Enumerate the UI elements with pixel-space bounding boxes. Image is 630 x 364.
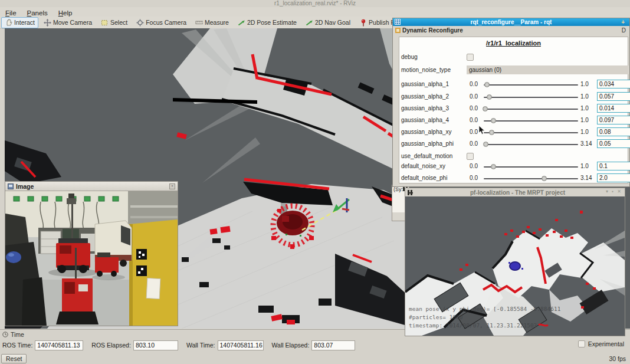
interact-button[interactable]: Interact xyxy=(1,17,38,28)
mrpt-window-title: pf-localization - The MRPT project xyxy=(413,189,622,196)
gaussian_alpha_xy-slider[interactable] xyxy=(484,132,578,133)
param-row-gaussian_alpha_phi: gaussian_alpha_phi0.03.140.05 xyxy=(400,139,629,149)
rqt-app-icon xyxy=(395,19,401,25)
gaussian_alpha_phi-slider[interactable] xyxy=(484,144,578,145)
slider-min-label: 0.0 xyxy=(460,117,478,123)
experimental-label: Experimental xyxy=(588,340,624,347)
time-field-label: ROS Elapsed: xyxy=(91,342,131,349)
param-row-use_default_motion: use_default_motion xyxy=(400,152,629,162)
time-field-value[interactable]: 803.10 xyxy=(133,340,178,350)
toolbar-button-label: Interact xyxy=(14,19,35,26)
slider-handle[interactable] xyxy=(483,142,488,147)
slider-handle[interactable] xyxy=(542,176,547,181)
slider-handle[interactable] xyxy=(484,82,490,87)
time-field-value[interactable]: 1407405811.13 xyxy=(35,340,83,350)
image-panel-titlebar[interactable]: Image × xyxy=(5,182,178,191)
2d-pose-estimate-button[interactable]: 2D Pose Estimate xyxy=(234,17,300,28)
rqt-dock-titlebar[interactable]: Dynamic Reconfigure D xyxy=(393,26,629,34)
image-panel-icon xyxy=(8,183,14,189)
status-bar: Reset 30 fps xyxy=(0,353,630,364)
param-row-debug: debug xyxy=(400,53,629,63)
gaussian_alpha_2-slider[interactable] xyxy=(484,97,578,98)
rqt-window-title: rqt_reconfigure__Param - rqt xyxy=(471,19,552,25)
toolbar-button-label: Select xyxy=(110,19,127,26)
focus-camera-button[interactable]: Focus Camera xyxy=(133,17,190,28)
default_noise_phi-slider[interactable] xyxy=(484,178,578,179)
mrpt-particles-line: #particles= 1000 xyxy=(409,313,622,322)
slider-handle[interactable] xyxy=(483,106,488,112)
time-field: Wall Time:1407405811.16 xyxy=(186,340,264,350)
gaussian_alpha_2-value-input[interactable]: 0.057 xyxy=(597,92,630,101)
param-name-label: default_noise_phi xyxy=(401,175,447,181)
slider-min-label: 0.0 xyxy=(460,140,478,147)
rqt-titlebar[interactable]: rqt_reconfigure__Param - rqt + xyxy=(393,18,629,26)
gaussian_alpha_3-value-input[interactable]: 0.014 xyxy=(597,104,630,113)
mouse-cursor xyxy=(478,126,485,135)
gaussian_alpha_4-slider[interactable] xyxy=(484,120,578,122)
time-field: Wall Elapsed:803.07 xyxy=(272,340,356,350)
slider-handle[interactable] xyxy=(487,94,492,100)
ar-marker xyxy=(136,265,147,276)
time-field: ROS Elapsed:803.10 xyxy=(91,340,178,350)
move-camera-icon xyxy=(44,19,51,27)
move-camera-button[interactable]: Move Camera xyxy=(40,17,96,28)
slider-min-label: 0.0 xyxy=(460,163,478,169)
gaussian_alpha_3-slider[interactable] xyxy=(484,109,578,110)
image-panel-close-button[interactable]: × xyxy=(169,183,175,189)
param-name-label: gaussian_alpha_phi xyxy=(401,140,454,147)
param-name-label: gaussian_alpha_2 xyxy=(401,93,449,100)
slider-handle[interactable] xyxy=(489,130,494,135)
param-name-label: gaussian_alpha_1 xyxy=(401,81,449,87)
mrpt-window-buttons[interactable]: ▾ ▪ ✕ xyxy=(606,189,622,194)
use_default_motion-checkbox[interactable] xyxy=(467,153,474,160)
slider-max-label: 3.14 xyxy=(580,140,592,147)
mrpt-titlebar[interactable]: pf-localization - The MRPT project ▾ ▪ ✕ xyxy=(405,188,625,196)
slider-handle[interactable] xyxy=(491,164,496,169)
param-name-label: gaussian_alpha_xy xyxy=(401,129,452,135)
mrpt-mean-pose-line: mean pose (x y phi deg)= [-0.185584 -0.8… xyxy=(409,305,622,313)
toolbar-button-label: 2D Nav Goal xyxy=(315,19,350,26)
gaussian_alpha_1-slider[interactable] xyxy=(484,84,578,86)
2d-nav-goal-button[interactable]: 2D Nav Goal xyxy=(302,17,354,28)
param-row-gaussian_alpha_3: gaussian_alpha_30.01.00.014 xyxy=(400,104,629,114)
debug-checkbox[interactable] xyxy=(467,54,474,61)
param-name-label: motion_noise_type xyxy=(401,67,451,73)
param-row-gaussian_alpha_1: gaussian_alpha_10.01.00.034 xyxy=(400,80,629,90)
slider-max-label: 1.0 xyxy=(580,105,589,112)
rqt-dock-title: Dynamic Reconfigure xyxy=(402,27,463,34)
blue-helmet xyxy=(6,251,21,263)
default_noise_phi-value-input[interactable]: 2.0 xyxy=(597,173,630,182)
time-field-value[interactable]: 1407405811.16 xyxy=(218,340,264,350)
gaussian_alpha_xy-value-input[interactable]: 0.08 xyxy=(597,127,630,136)
select-button[interactable]: Select xyxy=(97,17,131,28)
gaussian_alpha_4-value-input[interactable]: 0.097 xyxy=(597,116,630,124)
gaussian_alpha_1-value-input[interactable]: 0.034 xyxy=(597,80,630,88)
slider-min-label: 0.0 xyxy=(460,93,478,100)
slider-min-label: 0.0 xyxy=(460,105,478,112)
experimental-checkbox[interactable] xyxy=(578,340,585,347)
toolbar-button-label: Focus Camera xyxy=(146,19,186,26)
time-panel-title: Time xyxy=(11,331,24,338)
time-field-value[interactable]: 803.07 xyxy=(311,340,355,350)
param-name-label: gaussian_alpha_3 xyxy=(401,105,449,112)
slider-min-label: 0.0 xyxy=(460,129,478,135)
slider-handle[interactable] xyxy=(491,118,496,123)
reset-button[interactable]: Reset xyxy=(1,354,27,363)
rqt-node-name: /r1/r1_localization xyxy=(399,40,628,47)
default_noise_xy-value-input[interactable]: 0.1 xyxy=(597,162,630,170)
gaussian_alpha_phi-value-input[interactable]: 0.05 xyxy=(597,139,630,148)
param-row-motion_noise_type: motion_noise_typegaussian (0) xyxy=(400,65,629,76)
experimental-option: Experimental xyxy=(578,340,624,347)
param-name-label: use_default_motion xyxy=(401,153,452,159)
rqt-dock-corner-label: D xyxy=(622,27,626,34)
motion_noise_type-dropdown[interactable]: gaussian (0) xyxy=(467,65,628,74)
rqt-titlebar-plus-icon[interactable]: + xyxy=(621,18,625,26)
mrpt-timestamp-line: timestamp: 2014/08/07, 11.23.31.221503 xyxy=(409,322,622,330)
mrpt-app-icon xyxy=(408,190,413,195)
camera-image xyxy=(5,191,178,326)
param-name-label: debug xyxy=(401,54,418,60)
mrpt-window: pf-localization - The MRPT project ▾ ▪ ✕ xyxy=(405,188,625,336)
rviz-menubar: FilePanelsHelp xyxy=(0,7,630,17)
measure-button[interactable]: Measure xyxy=(192,17,232,28)
default_noise_xy-slider[interactable] xyxy=(484,166,578,168)
